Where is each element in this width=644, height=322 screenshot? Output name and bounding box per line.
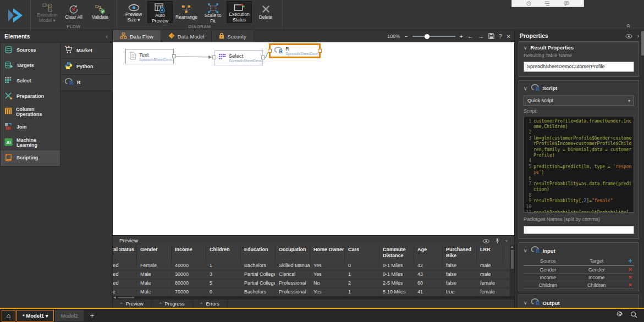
column-header-commute-distance[interactable]: Commute Distance — [379, 245, 414, 262]
preview-horizontal-scrollbar[interactable]: ◀ — [113, 296, 514, 299]
output-port[interactable] — [261, 55, 265, 59]
preview-pin-icon[interactable] — [495, 236, 500, 246]
execution-status-button[interactable]: Execution Status — [227, 1, 252, 23]
resulting-table-name-input[interactable] — [524, 62, 634, 72]
column-header-income[interactable]: Income — [172, 245, 206, 262]
table-cell-value: 0 — [210, 289, 212, 295]
output-port[interactable] — [172, 54, 176, 58]
column-header-marital-status[interactable]: Marital Status — [113, 245, 137, 262]
sidebar-item-preparation[interactable]: Preparation — [1, 89, 60, 104]
chevron-down-icon[interactable]: ∨ — [524, 45, 527, 51]
flyout-item-market[interactable]: Market — [60, 43, 112, 59]
preview-eye-icon[interactable] — [483, 236, 489, 246]
search-icon[interactable] — [630, 310, 637, 320]
column-header-home-owner[interactable]: Home Owner — [310, 245, 345, 262]
sidebar-item-sources[interactable]: Sources — [1, 43, 60, 58]
auto-preview-button[interactable]: Auto Preview — [147, 1, 173, 23]
preview-vertical-scrollbar[interactable]: ▲ — [510, 245, 514, 296]
clock-icon[interactable] — [526, 0, 531, 8]
model-tab-2[interactable]: Model2 — [55, 310, 83, 321]
flow-node-r[interactable]: RRSpreadhSheetDem... — [269, 43, 321, 58]
input-port[interactable] — [268, 49, 272, 53]
redo-icon[interactable]: → — [478, 33, 484, 40]
properties-collapse-icon[interactable]: › — [637, 33, 639, 39]
model-tab-1[interactable]: * Model1 ▾ — [16, 310, 54, 321]
table-cell: Bachelors — [241, 262, 276, 270]
tab-security[interactable]: Security — [212, 30, 254, 42]
undo-icon[interactable]: ← — [467, 33, 474, 40]
properties-scrollbar[interactable] — [641, 31, 644, 55]
zoom-out-icon[interactable]: − — [404, 33, 408, 40]
preview-size-button[interactable]: Preview Size ▾ — [121, 1, 146, 23]
flow-node-select[interactable]: SelectSpreadhSheetDem... — [214, 50, 263, 65]
add-row-button[interactable]: + — [626, 258, 634, 264]
delete-button[interactable]: Delete — [253, 1, 278, 23]
app-logo[interactable] — [0, 0, 31, 30]
grid-row[interactable]: ChildrenChildren✕ — [524, 281, 634, 289]
grid-row[interactable]: GenderGender✕ — [524, 266, 634, 274]
ribbon-button-label: Execution Model ▾ — [37, 13, 57, 23]
sidebar-item-targets[interactable]: Targets — [1, 58, 60, 74]
grid-cell: Income — [572, 275, 620, 280]
input-port[interactable] — [212, 55, 216, 59]
table-row[interactable]: SingleMale700000BachelorsProfessionalYes… — [113, 288, 514, 296]
collapse-elements-icon[interactable]: ‹ — [106, 33, 108, 40]
column-header-occupation[interactable]: Occupation — [276, 245, 310, 262]
bottom-tab-progress[interactable]: ^Progress — [152, 299, 193, 308]
table-row[interactable]: MarriedFemale400001BachelorsSkilled Manu… — [113, 262, 514, 270]
column-header-age[interactable]: Age — [414, 245, 443, 262]
dataflow-canvas[interactable]: TextSpreadhSheetDem...SelectSpreadhSheet… — [113, 42, 514, 235]
add-model-button[interactable]: + — [90, 312, 95, 320]
packages-names-input[interactable] — [524, 226, 634, 234]
zoom-in-icon[interactable]: + — [460, 33, 463, 40]
delete-row-icon[interactable]: ✕ — [626, 274, 634, 280]
comment-icon[interactable] — [564, 0, 569, 8]
chevron-down-icon[interactable]: ∨ — [524, 86, 527, 91]
bottom-tab-errors[interactable]: ^Errors — [193, 299, 228, 308]
bottom-tab-preview[interactable]: ^Preview — [113, 299, 152, 308]
tab-data-flow[interactable]: Data Flow — [113, 30, 161, 42]
rearrange-button[interactable]: Rearrange — [174, 1, 199, 23]
preview-collapse-icon[interactable]: ^ — [505, 238, 508, 243]
collapse-ribbon-icon[interactable]: » — [625, 24, 630, 27]
feedback-spiral-icon[interactable] — [616, 310, 623, 320]
sidebar-item-machine-learning[interactable]: AIMachine Learning — [1, 135, 60, 151]
r-script-editor[interactable]: 1customerProfile=data.frame(Gender,Incom… — [524, 116, 634, 213]
properties-eye-icon[interactable] — [625, 31, 632, 41]
column-header-lrr[interactable]: LRR — [477, 245, 503, 262]
flyout-item-python[interactable]: Python — [60, 59, 112, 75]
help-icon[interactable]: ? — [499, 34, 502, 40]
validate-button[interactable]: Validate — [87, 1, 113, 23]
sidebar-item-column-operations[interactable]: Column Operations — [1, 104, 60, 120]
column-header-education[interactable]: Education — [241, 245, 276, 262]
zoom-slider[interactable] — [412, 36, 455, 37]
flyout-item-r[interactable]: RR — [60, 75, 112, 91]
grid-row[interactable]: IncomeIncome✕ — [524, 274, 634, 281]
home-button[interactable]: ⌂ — [2, 310, 15, 321]
sidebar-item-join[interactable]: Join — [1, 120, 60, 135]
script-type-dropdown[interactable]: Quick script ▾ — [524, 96, 634, 106]
column-header-purchased-bike[interactable]: Purchased Bike — [443, 245, 477, 262]
tab-data-model[interactable]: Data Model — [161, 30, 212, 42]
table-row[interactable]: MarriedMale800005Partial CollegeProfessi… — [113, 279, 514, 288]
close-canvas-icon[interactable]: ✕ — [507, 34, 511, 40]
code-line: 6 — [525, 176, 632, 181]
chevron-down-icon[interactable]: ∨ — [524, 248, 527, 253]
clear-all-button[interactable]: Clear All — [61, 1, 86, 23]
zoom-slider-thumb[interactable] — [425, 34, 430, 39]
column-header-children[interactable]: Children — [206, 245, 241, 262]
flow-node-text[interactable]: TextSpreadhSheetDem... — [125, 49, 174, 64]
column-header-cars[interactable]: Cars — [345, 245, 379, 262]
delete-row-icon[interactable]: ✕ — [626, 267, 634, 273]
save-diagram-icon[interactable] — [488, 33, 494, 40]
line-number: 4 — [525, 158, 533, 164]
scale-to-fit-button[interactable]: Scale to Fit — [200, 1, 225, 23]
output-port[interactable] — [318, 49, 322, 53]
sidebar-item-scripting[interactable]: Scripting — [1, 151, 60, 166]
outline-icon[interactable] — [544, 0, 550, 8]
column-header-gender[interactable]: Gender — [137, 245, 172, 262]
table-row[interactable]: MarriedMale300003Partial CollegeClerical… — [113, 270, 514, 279]
chevron-down-icon[interactable]: ∨ — [524, 300, 527, 306]
sidebar-item-select[interactable]: Select — [1, 74, 60, 89]
delete-row-icon[interactable]: ✕ — [626, 282, 634, 288]
